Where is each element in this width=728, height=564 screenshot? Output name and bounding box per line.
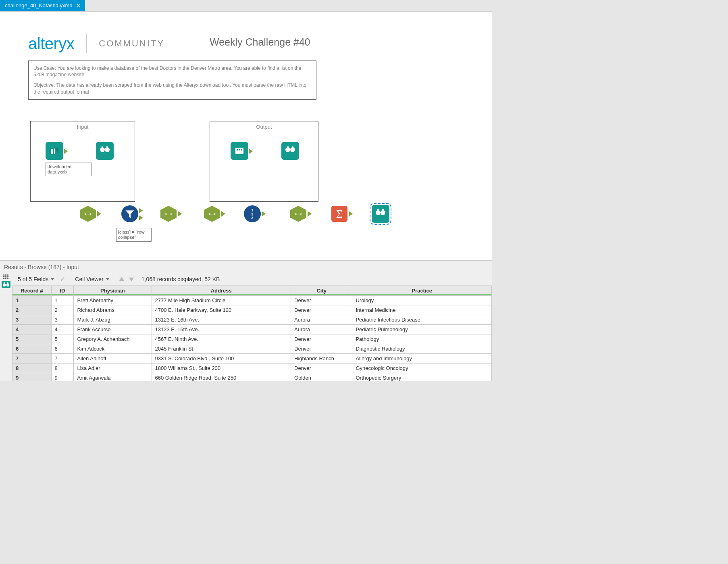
svg-rect-17 (235, 148, 243, 154)
cell-record: 5 (12, 334, 52, 344)
output-anchor-icon (97, 211, 101, 217)
svg-marker-38 (221, 211, 225, 217)
svg-marker-11 (64, 148, 68, 154)
sort-asc-icon[interactable] (119, 276, 125, 282)
col-physician[interactable]: Physician (74, 286, 152, 296)
table-row[interactable]: 22Richard Abrams4700 E. Hale Parkway, Su… (12, 305, 492, 315)
browse-icon[interactable] (2, 281, 10, 288)
results-body: ●●●●●●●●● 5 of 5 Fields ✓ Cell Viewer (0, 273, 492, 381)
cell-record: 8 (12, 363, 52, 373)
table-row[interactable]: 99Amit Agarwala660 Golden Ridge Road, Su… (12, 373, 492, 382)
cell-city: Denver (291, 344, 352, 354)
cell-id: 1 (51, 296, 74, 305)
col-city[interactable]: City (291, 286, 352, 296)
cell-physician: Brett Abernathy (74, 296, 152, 305)
results-toolbar: 5 of 5 Fields ✓ Cell Viewer 1,068 record… (12, 273, 492, 286)
input-data-tool-output[interactable] (231, 142, 248, 160)
output-anchor-icon (249, 148, 253, 154)
cell-physician: Frank Accurso (74, 325, 152, 334)
results-panel: Results - Browse (187) - Input ●●●●●●●●●… (0, 260, 492, 381)
svg-marker-60 (119, 277, 124, 281)
table-row[interactable]: 77Allen Adinoff9331 S. Colorado Blvd., S… (12, 354, 492, 363)
cell-physician: Gregory A. Achenbach (74, 334, 152, 344)
cell-city: Aurora (291, 315, 352, 325)
table-row[interactable]: 11Brett Abernathy2777 Mile High Stadium … (12, 296, 492, 305)
workflow-tab[interactable]: challenge_40_Natasha.yxmd × (0, 0, 85, 11)
col-record[interactable]: Record # (12, 286, 52, 296)
canvas[interactable]: alteryx COMMUNITY Weekly Challenge #40 U… (0, 12, 492, 260)
table-row[interactable]: 44Frank Accurso13123 E. 16th Ave.AuroraP… (12, 325, 492, 334)
community-label: COMMUNITY (99, 38, 164, 49)
cell-physician: Lisa Adler (74, 363, 152, 373)
cell-address: 4700 E. Hale Parkway, Suite 120 (152, 305, 291, 315)
text-to-columns-tool-4[interactable]: <··> (289, 205, 307, 223)
svg-rect-15 (106, 146, 108, 148)
cell-address: 13123 E. 16th Ave. (152, 315, 291, 325)
cell-city: Denver (291, 305, 352, 315)
text-to-columns-tool-3[interactable]: <··> (203, 205, 221, 223)
results-side-rail: ●●●●●●●●● (0, 273, 12, 381)
cell-id: 5 (51, 334, 74, 344)
results-table[interactable]: Record # ID Physician Address City Pract… (12, 286, 492, 381)
cell-physician: Allen Adinoff (74, 354, 152, 363)
svg-rect-58 (4, 282, 5, 284)
cell-city: Denver (291, 363, 352, 373)
cell-practice: Pediatric Infectious Disease (352, 315, 492, 325)
text-to-columns-tool-1[interactable]: <··> (79, 205, 97, 223)
table-row[interactable]: 88Lisa Adler1800 Williams St., Suite 200… (12, 363, 492, 373)
svg-rect-52 (377, 209, 379, 211)
table-row[interactable]: 66Kim Adcock2045 Franklin St.DenverDiagn… (12, 344, 492, 354)
browse-tool-output[interactable] (281, 142, 299, 160)
svg-text:<··>: <··> (208, 211, 216, 216)
close-icon[interactable]: × (77, 2, 80, 9)
divider (86, 34, 87, 53)
svg-rect-59 (7, 282, 8, 284)
input-annotation[interactable]: downloaded data.yxdb (46, 163, 92, 176)
cell-record: 4 (12, 325, 52, 334)
svg-marker-49 (349, 211, 353, 217)
col-practice[interactable]: Practice (352, 286, 492, 296)
browse-tool-input[interactable] (96, 142, 114, 160)
table-row[interactable]: 55Gregory A. Achenbach4567 E. Ninth Ave.… (12, 334, 492, 344)
cell-address: 9331 S. Colorado Blvd., Suite 100 (152, 354, 291, 363)
cell-practice: Allergy and Immunology (352, 354, 492, 363)
input-data-tool[interactable] (46, 142, 63, 160)
sort-desc-icon[interactable] (128, 276, 135, 282)
separator (138, 275, 138, 284)
cell-practice: Internal Medicine (352, 305, 492, 315)
chevron-down-icon (106, 278, 109, 280)
input-container[interactable]: Input (30, 121, 135, 202)
tab-bar: challenge_40_Natasha.yxmd × (0, 0, 492, 12)
cell-city: Golden (291, 373, 352, 382)
table-row[interactable]: 33Mark J. Abzug13123 E. 16th Ave.AuroraP… (12, 315, 492, 325)
svg-rect-54 (380, 212, 381, 213)
output-container[interactable]: Output (210, 121, 318, 202)
filter-annotation[interactable]: [class] = "row collapse" (116, 228, 152, 242)
svg-marker-32 (139, 215, 143, 220)
svg-rect-24 (287, 146, 289, 148)
false-anchor-icon (139, 215, 143, 220)
output-anchor-icon (262, 211, 266, 217)
cell-practice: Pediatric Pulmonology (352, 325, 492, 334)
cell-viewer-label: Cell Viewer (75, 276, 104, 282)
svg-rect-53 (382, 209, 384, 211)
cell-viewer-dropdown[interactable]: Cell Viewer (73, 275, 112, 283)
output-container-title: Output (210, 124, 318, 130)
svg-rect-19 (239, 149, 240, 150)
cell-address: 1800 Williams St., Suite 200 (152, 363, 291, 373)
fields-dropdown[interactable]: 5 of 5 Fields (15, 275, 56, 283)
browse-tool-final[interactable] (372, 205, 389, 223)
output-anchor-icon (308, 211, 312, 217)
filter-tool[interactable] (121, 205, 139, 223)
table-header-row: Record # ID Physician Address City Pract… (12, 286, 492, 296)
objective-text: Objective: The data has already been scr… (33, 82, 311, 95)
menu-icon[interactable]: ●●●●●●●●● (3, 274, 9, 279)
description-box[interactable]: Use Case: You are looking to make a data… (28, 61, 316, 100)
svg-rect-18 (237, 149, 238, 150)
summarize-tool[interactable]: Σ (331, 205, 348, 223)
record-id-tool[interactable]: 123 (243, 205, 261, 223)
col-id[interactable]: ID (51, 286, 74, 296)
check-icon[interactable]: ✓ (60, 275, 66, 284)
text-to-columns-tool-2[interactable]: <··> (160, 205, 177, 223)
col-address[interactable]: Address (152, 286, 291, 296)
